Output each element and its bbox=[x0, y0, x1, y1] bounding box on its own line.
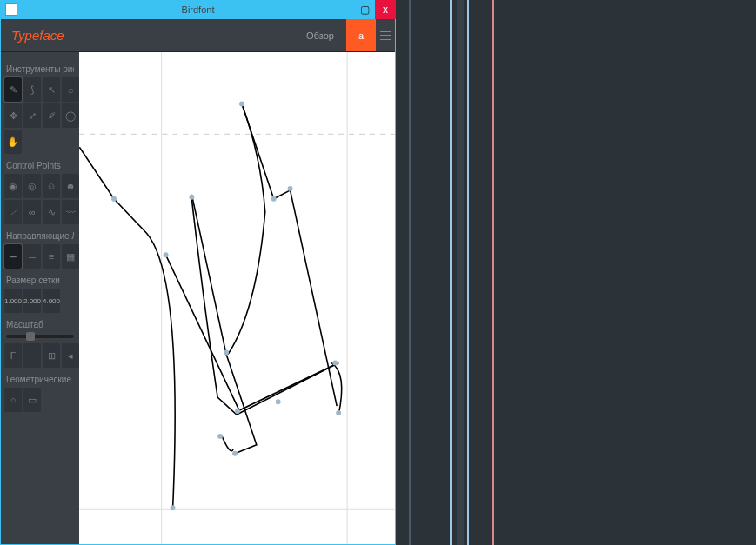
cp-convert-icon[interactable]: ⟋ bbox=[4, 200, 22, 224]
cp-smooth-icon[interactable]: ◎ bbox=[23, 174, 41, 198]
svg-point-5 bbox=[111, 196, 117, 202]
canvas-area bbox=[79, 52, 395, 544]
bezier-tool-icon[interactable]: ⟆ bbox=[23, 77, 41, 102]
vline-5 bbox=[492, 0, 494, 545]
content: Инструменты рисования ✎ ⟆ ↖ ⌕ ✥ ⤢ ✐ ◯ ✋ … bbox=[1, 52, 395, 544]
scale-play-button[interactable]: ◂ bbox=[62, 343, 79, 368]
svg-point-10 bbox=[224, 350, 229, 356]
minimize-button[interactable]: – bbox=[333, 0, 354, 19]
section-control-points: Control Points bbox=[6, 161, 74, 170]
sidebar: Инструменты рисования ✎ ⟆ ↖ ⌕ ✥ ⤢ ✐ ◯ ✋ … bbox=[1, 52, 79, 544]
app-body: Typeface Обзор a Инструменты рисования ✎… bbox=[0, 19, 396, 545]
glyph-canvas[interactable] bbox=[79, 52, 395, 544]
resize-tool-icon[interactable]: ⤢ bbox=[23, 103, 41, 128]
tabs: Обзор a bbox=[294, 19, 395, 51]
cp-link-icon[interactable]: ∞ bbox=[23, 200, 41, 224]
svg-point-12 bbox=[276, 399, 281, 404]
shapes-grid: ○ ▭ bbox=[4, 388, 76, 412]
scale-buttons-grid: F − ⊞ ◂ bbox=[4, 343, 76, 368]
topbar: Typeface Обзор a bbox=[1, 19, 395, 52]
canvas-svg bbox=[79, 52, 395, 544]
section-guides: Направляющие Линии и С bbox=[6, 231, 74, 241]
guides-grid: ━ ═ ≡ ▦ bbox=[4, 244, 76, 269]
svg-point-15 bbox=[217, 434, 223, 439]
guide-solid-icon[interactable]: ━ bbox=[4, 244, 22, 269]
vline-3 bbox=[457, 0, 464, 545]
window-controls: – ▢ x bbox=[333, 0, 396, 19]
cp-wave-icon[interactable]: 〰 bbox=[62, 200, 79, 224]
scale-minus-button[interactable]: − bbox=[23, 343, 41, 368]
tab-overview[interactable]: Обзор bbox=[294, 19, 346, 51]
grid-size-grid: 1.000 2.000 4.000 bbox=[4, 289, 76, 313]
right-pane bbox=[396, 0, 756, 545]
brush-tool-icon[interactable]: ✐ bbox=[43, 103, 60, 128]
maximize-button[interactable]: ▢ bbox=[354, 0, 375, 19]
svg-point-11 bbox=[332, 360, 338, 365]
close-button[interactable]: x bbox=[375, 0, 396, 19]
circle-tool-icon[interactable]: ◯ bbox=[62, 103, 79, 128]
section-drawing-tools: Инструменты рисования bbox=[6, 64, 74, 74]
shape-rect-icon[interactable]: ▭ bbox=[23, 388, 41, 412]
pen-tool-icon[interactable]: ✎ bbox=[4, 77, 22, 102]
grid-1-button[interactable]: 1.000 bbox=[4, 289, 22, 313]
section-scale: Масштаб bbox=[6, 320, 74, 329]
birdfont-window: Birdfont – ▢ x Typeface Обзор a Инструме… bbox=[0, 0, 396, 545]
tab-menu[interactable] bbox=[376, 19, 395, 51]
svg-point-7 bbox=[271, 196, 277, 202]
svg-point-6 bbox=[189, 195, 194, 200]
vline-2 bbox=[450, 0, 452, 545]
section-shapes: Геометрические фигуры bbox=[6, 375, 74, 384]
zoom-tool-icon[interactable]: ⌕ bbox=[62, 77, 79, 102]
guide-triple-icon[interactable]: ≡ bbox=[43, 244, 60, 269]
pointer-tool-icon[interactable]: ↖ bbox=[43, 77, 60, 102]
app-icon bbox=[5, 3, 17, 16]
grid-4-button[interactable]: 4.000 bbox=[43, 289, 60, 313]
section-grid-size: Размер сетки bbox=[6, 276, 74, 285]
grid-2-button[interactable]: 2.000 bbox=[23, 289, 41, 313]
hand-tool-icon[interactable]: ✋ bbox=[4, 130, 22, 154]
control-points-grid: ◉ ◎ ☺ ☻ ⟋ ∞ ∿ 〰 bbox=[4, 174, 76, 224]
drawing-tools-grid: ✎ ⟆ ↖ ⌕ ✥ ⤢ ✐ ◯ ✋ bbox=[4, 77, 76, 154]
svg-point-17 bbox=[171, 505, 176, 510]
scale-slider[interactable] bbox=[6, 335, 74, 338]
menu-icon bbox=[380, 31, 391, 40]
svg-point-9 bbox=[164, 252, 169, 257]
scale-fit-button[interactable]: F bbox=[4, 343, 22, 368]
cp-corner-icon[interactable]: ◉ bbox=[4, 174, 22, 198]
vline-1 bbox=[409, 0, 411, 545]
svg-point-13 bbox=[235, 409, 240, 414]
svg-point-4 bbox=[239, 102, 244, 107]
scale-slider-thumb[interactable] bbox=[26, 332, 35, 341]
vline-4 bbox=[467, 0, 469, 545]
brand-label: Typeface bbox=[1, 19, 75, 51]
svg-point-8 bbox=[288, 186, 293, 191]
titlebar[interactable]: Birdfont – ▢ x bbox=[0, 0, 396, 19]
cp-tangent-icon[interactable]: ☻ bbox=[62, 174, 79, 198]
cp-sym-icon[interactable]: ☺ bbox=[43, 174, 60, 198]
guide-double-icon[interactable]: ═ bbox=[23, 244, 41, 269]
guide-grid-icon[interactable]: ▦ bbox=[62, 244, 79, 269]
window-title: Birdfont bbox=[182, 4, 215, 15]
move-tool-icon[interactable]: ✥ bbox=[4, 103, 22, 128]
cp-curve-icon[interactable]: ∿ bbox=[43, 200, 60, 224]
shape-circle-icon[interactable]: ○ bbox=[4, 388, 22, 412]
scale-grid-button[interactable]: ⊞ bbox=[43, 343, 60, 368]
svg-point-14 bbox=[336, 410, 341, 415]
tab-glyph[interactable]: a bbox=[346, 19, 376, 51]
svg-point-16 bbox=[232, 451, 238, 456]
